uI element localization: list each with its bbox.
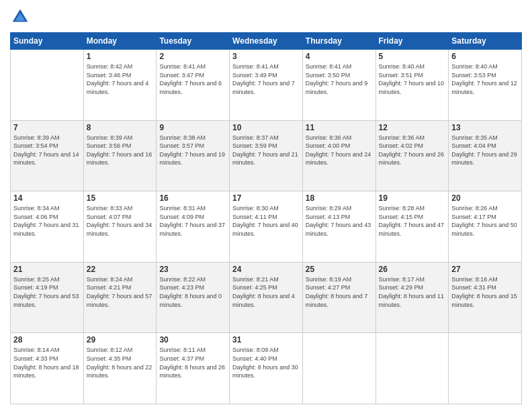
sunrise: Sunrise: 8:39 AM [13,134,60,141]
calendar-cell: 10 Sunrise: 8:37 AM Sunset: 3:59 PM Dayl… [230,120,303,191]
day-info: Sunrise: 8:22 AM Sunset: 4:23 PM Dayligh… [159,275,226,309]
calendar-cell: 27 Sunrise: 8:16 AM Sunset: 4:31 PM Dayl… [449,262,522,333]
calendar-cell: 4 Sunrise: 8:41 AM Sunset: 3:50 PM Dayli… [302,50,375,121]
day-number: 9 [159,123,226,132]
sunset: Sunset: 4:23 PM [159,284,204,291]
sunset: Sunset: 4:21 PM [87,284,132,291]
day-number: 21 [13,265,81,274]
sunset: Sunset: 3:47 PM [159,72,204,79]
day-number: 16 [159,193,226,203]
day-info: Sunrise: 8:19 AM Sunset: 4:27 PM Dayligh… [306,275,373,309]
calendar-cell: 30 Sunrise: 8:11 AM Sunset: 4:37 PM Dayl… [157,333,230,404]
calendar-cell: 6 Sunrise: 8:40 AM Sunset: 3:53 PM Dayli… [449,50,522,121]
sunset: Sunset: 3:49 PM [232,72,277,79]
daylight: Daylight: 8 hours and 30 minutes. [232,364,298,379]
sunset: Sunset: 4:33 PM [13,355,58,362]
day-info: Sunrise: 8:14 AM Sunset: 4:33 PM Dayligh… [13,346,81,379]
daylight: Daylight: 7 hours and 57 minutes. [87,293,152,308]
day-number: 27 [451,265,519,274]
calendar-cell: 20 Sunrise: 8:26 AM Sunset: 4:17 PM Dayl… [449,191,522,263]
daylight: Daylight: 7 hours and 26 minutes. [379,151,445,167]
calendar-cell [449,333,522,404]
day-number: 13 [451,123,519,132]
day-info: Sunrise: 8:39 AM Sunset: 3:54 PM Dayligh… [13,134,81,167]
calendar-cell: 7 Sunrise: 8:39 AM Sunset: 3:54 PM Dayli… [11,120,84,191]
daylight: Daylight: 8 hours and 11 minutes. [379,293,445,308]
sunset: Sunset: 4:27 PM [306,284,351,291]
day-info: Sunrise: 8:09 AM Sunset: 4:40 PM Dayligh… [232,346,300,379]
day-number: 15 [87,193,154,203]
sunrise: Sunrise: 8:25 AM [13,276,60,283]
daylight: Daylight: 7 hours and 21 minutes. [232,151,298,167]
sunset: Sunset: 4:37 PM [159,355,204,362]
sunset: Sunset: 3:57 PM [159,142,204,149]
sunset: Sunset: 4:25 PM [232,284,277,291]
calendar-week-row: 1 Sunrise: 8:42 AM Sunset: 3:46 PM Dayli… [11,50,522,121]
sunset: Sunset: 3:54 PM [13,142,58,149]
sunset: Sunset: 4:17 PM [451,214,496,220]
calendar-cell: 15 Sunrise: 8:33 AM Sunset: 4:07 PM Dayl… [83,191,157,263]
calendar-week-row: 21 Sunrise: 8:25 AM Sunset: 4:19 PM Dayl… [11,262,522,333]
sunrise: Sunrise: 8:41 AM [159,63,206,70]
weekday-row: SundayMondayTuesdayWednesdayThursdayFrid… [11,33,522,50]
day-number: 20 [451,193,519,203]
sunrise: Sunrise: 8:40 AM [379,63,425,70]
day-info: Sunrise: 8:17 AM Sunset: 4:29 PM Dayligh… [379,275,446,309]
day-number: 8 [87,123,154,132]
sunset: Sunset: 4:11 PM [232,214,277,220]
sunrise: Sunrise: 8:09 AM [232,347,279,353]
daylight: Daylight: 8 hours and 26 minutes. [159,364,225,379]
day-number: 22 [87,265,154,274]
calendar-week-row: 28 Sunrise: 8:14 AM Sunset: 4:33 PM Dayl… [11,333,522,404]
sunrise: Sunrise: 8:39 AM [87,134,133,141]
day-info: Sunrise: 8:39 AM Sunset: 3:56 PM Dayligh… [87,134,154,167]
sunrise: Sunrise: 8:12 AM [87,347,133,353]
day-number: 14 [13,193,81,203]
sunrise: Sunrise: 8:37 AM [232,134,279,141]
sunset: Sunset: 4:07 PM [87,214,132,220]
daylight: Daylight: 7 hours and 40 minutes. [232,222,298,237]
sunset: Sunset: 4:40 PM [232,355,277,362]
calendar-cell: 23 Sunrise: 8:22 AM Sunset: 4:23 PM Dayl… [157,262,230,333]
calendar-cell: 17 Sunrise: 8:30 AM Sunset: 4:11 PM Dayl… [230,191,303,263]
day-info: Sunrise: 8:16 AM Sunset: 4:31 PM Dayligh… [451,275,519,309]
calendar-cell: 1 Sunrise: 8:42 AM Sunset: 3:46 PM Dayli… [83,50,157,121]
sunset: Sunset: 4:15 PM [379,214,424,220]
header [10,7,522,27]
sunrise: Sunrise: 8:41 AM [306,63,352,70]
daylight: Daylight: 7 hours and 50 minutes. [451,222,517,237]
day-number: 28 [13,335,81,345]
day-number: 18 [306,193,373,203]
day-info: Sunrise: 8:25 AM Sunset: 4:19 PM Dayligh… [13,275,81,309]
sunrise: Sunrise: 8:21 AM [232,276,279,283]
calendar-cell: 9 Sunrise: 8:38 AM Sunset: 3:57 PM Dayli… [157,120,230,191]
sunrise: Sunrise: 8:29 AM [306,205,352,212]
daylight: Daylight: 7 hours and 12 minutes. [451,80,517,95]
calendar-cell: 19 Sunrise: 8:28 AM Sunset: 4:15 PM Dayl… [375,191,449,263]
daylight: Daylight: 7 hours and 7 minutes. [232,80,295,95]
day-info: Sunrise: 8:28 AM Sunset: 4:15 PM Dayligh… [379,204,446,238]
calendar-cell [11,50,84,121]
daylight: Daylight: 7 hours and 53 minutes. [13,293,79,308]
day-info: Sunrise: 8:30 AM Sunset: 4:11 PM Dayligh… [232,204,300,238]
day-info: Sunrise: 8:38 AM Sunset: 3:57 PM Dayligh… [159,134,226,167]
daylight: Daylight: 7 hours and 16 minutes. [87,151,152,167]
sunrise: Sunrise: 8:26 AM [451,205,498,212]
sunset: Sunset: 4:02 PM [379,142,424,149]
calendar-cell: 28 Sunrise: 8:14 AM Sunset: 4:33 PM Dayl… [11,333,84,404]
daylight: Daylight: 7 hours and 10 minutes. [379,80,445,95]
calendar-cell: 3 Sunrise: 8:41 AM Sunset: 3:49 PM Dayli… [230,50,303,121]
daylight: Daylight: 8 hours and 7 minutes. [306,293,368,308]
day-info: Sunrise: 8:36 AM Sunset: 4:00 PM Dayligh… [306,134,373,167]
day-info: Sunrise: 8:11 AM Sunset: 4:37 PM Dayligh… [159,346,226,379]
daylight: Daylight: 7 hours and 34 minutes. [87,222,152,237]
calendar-cell: 29 Sunrise: 8:12 AM Sunset: 4:35 PM Dayl… [83,333,157,404]
day-number: 24 [232,265,300,274]
sunset: Sunset: 3:51 PM [379,72,424,79]
daylight: Daylight: 7 hours and 47 minutes. [379,222,445,237]
day-info: Sunrise: 8:34 AM Sunset: 4:06 PM Dayligh… [13,204,81,238]
calendar-body: 1 Sunrise: 8:42 AM Sunset: 3:46 PM Dayli… [11,50,522,404]
daylight: Daylight: 7 hours and 4 minutes. [87,80,149,95]
weekday-header-sunday: Sunday [11,33,84,50]
calendar-cell: 14 Sunrise: 8:34 AM Sunset: 4:06 PM Dayl… [11,191,84,263]
